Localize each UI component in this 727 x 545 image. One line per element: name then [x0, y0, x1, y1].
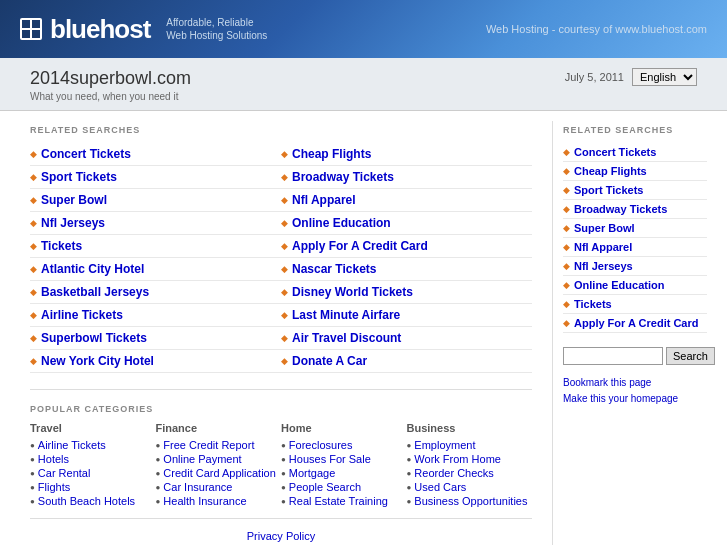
left-content: RELATED SEARCHES ◆Concert Tickets◆Sport …: [0, 121, 552, 545]
bullet-diamond-icon: ◆: [281, 218, 288, 228]
search-item: ◆Super Bowl: [30, 189, 281, 212]
search-link[interactable]: Concert Tickets: [41, 147, 131, 161]
cat-bullet-icon: ●: [156, 455, 161, 464]
sidebar-item: ◆Nfl Apparel: [563, 238, 707, 257]
sidebar-link[interactable]: Concert Tickets: [574, 146, 656, 158]
cat-col: Business●Employment●Work From Home●Reord…: [407, 422, 533, 508]
search-link[interactable]: New York City Hotel: [41, 354, 154, 368]
cat-link[interactable]: Airline Tickets: [38, 439, 106, 451]
search-link[interactable]: Donate A Car: [292, 354, 367, 368]
cat-link[interactable]: Mortgage: [289, 467, 335, 479]
search-link[interactable]: Nfl Apparel: [292, 193, 356, 207]
cat-link[interactable]: Work From Home: [414, 453, 501, 465]
bullet-diamond-icon: ◆: [563, 166, 570, 176]
sidebar-link[interactable]: Broadway Tickets: [574, 203, 667, 215]
sidebar-link[interactable]: Cheap Flights: [574, 165, 647, 177]
cat-link[interactable]: People Search: [289, 481, 361, 493]
sidebar-link[interactable]: Online Education: [574, 279, 664, 291]
cat-bullet-icon: ●: [281, 469, 286, 478]
cat-bullet-icon: ●: [156, 441, 161, 450]
search-item: ◆Airline Tickets: [30, 304, 281, 327]
cat-link-item: ●Flights: [30, 480, 156, 494]
cat-bullet-icon: ●: [407, 469, 412, 478]
cat-link[interactable]: South Beach Hotels: [38, 495, 135, 507]
cat-bullet-icon: ●: [407, 483, 412, 492]
cat-link[interactable]: Houses For Sale: [289, 453, 371, 465]
search-link[interactable]: Apply For A Credit Card: [292, 239, 428, 253]
cat-link[interactable]: Credit Card Application: [163, 467, 276, 479]
sidebar-search-button[interactable]: Search: [666, 347, 715, 365]
cat-col: Finance●Free Credit Report●Online Paymen…: [156, 422, 282, 508]
date-label: July 5, 2011: [565, 71, 624, 83]
sidebar-search-input[interactable]: [563, 347, 663, 365]
bullet-diamond-icon: ◆: [563, 147, 570, 157]
search-link[interactable]: Nascar Tickets: [292, 262, 377, 276]
search-link[interactable]: Airline Tickets: [41, 308, 123, 322]
cat-link[interactable]: Car Insurance: [163, 481, 232, 493]
search-link[interactable]: Broadway Tickets: [292, 170, 394, 184]
search-link[interactable]: Superbowl Tickets: [41, 331, 147, 345]
cat-link[interactable]: Business Opportunities: [414, 495, 527, 507]
sidebar-item: ◆Broadway Tickets: [563, 200, 707, 219]
cat-link[interactable]: Online Payment: [163, 453, 241, 465]
cat-bullet-icon: ●: [407, 497, 412, 506]
search-item: ◆Atlantic City Hotel: [30, 258, 281, 281]
bookmark-link[interactable]: Bookmark this page: [563, 375, 707, 391]
search-link[interactable]: Atlantic City Hotel: [41, 262, 144, 276]
search-item: ◆Donate A Car: [281, 350, 532, 373]
title-right: July 5, 2011 English: [565, 68, 697, 86]
cat-link[interactable]: Free Credit Report: [163, 439, 254, 451]
cat-link[interactable]: Flights: [38, 481, 70, 493]
sidebar-item: ◆Tickets: [563, 295, 707, 314]
cat-link[interactable]: Employment: [414, 439, 475, 451]
sidebar-link[interactable]: Tickets: [574, 298, 612, 310]
search-item: ◆Sport Tickets: [30, 166, 281, 189]
search-link[interactable]: Sport Tickets: [41, 170, 117, 184]
sidebar-item: ◆Apply For A Credit Card: [563, 314, 707, 333]
search-item: ◆New York City Hotel: [30, 350, 281, 373]
cat-link[interactable]: Car Rental: [38, 467, 91, 479]
cat-link[interactable]: Health Insurance: [163, 495, 246, 507]
cat-col: Travel●Airline Tickets●Hotels●Car Rental…: [30, 422, 156, 508]
search-item: ◆Superbowl Tickets: [30, 327, 281, 350]
search-link[interactable]: Tickets: [41, 239, 82, 253]
title-bar: 2014superbowl.com What you need, when yo…: [0, 58, 727, 111]
sidebar-link[interactable]: Sport Tickets: [574, 184, 644, 196]
sidebar-link[interactable]: Nfl Apparel: [574, 241, 632, 253]
search-link[interactable]: Cheap Flights: [292, 147, 371, 161]
bullet-diamond-icon: ◆: [30, 195, 37, 205]
privacy-section: Privacy Policy: [30, 518, 532, 545]
sidebar-link[interactable]: Super Bowl: [574, 222, 635, 234]
sidebar-item: ◆Online Education: [563, 276, 707, 295]
search-link[interactable]: Air Travel Discount: [292, 331, 401, 345]
cat-link[interactable]: Foreclosures: [289, 439, 353, 451]
search-link[interactable]: Online Education: [292, 216, 391, 230]
cat-link[interactable]: Used Cars: [414, 481, 466, 493]
sidebar-link[interactable]: Nfl Jerseys: [574, 260, 633, 272]
homepage-link[interactable]: Make this your homepage: [563, 391, 707, 407]
sidebar-links: ◆Concert Tickets◆Cheap Flights◆Sport Tic…: [563, 143, 707, 333]
search-link[interactable]: Last Minute Airfare: [292, 308, 400, 322]
cat-link-item: ●Free Credit Report: [156, 438, 282, 452]
bullet-diamond-icon: ◆: [563, 261, 570, 271]
cat-bullet-icon: ●: [30, 497, 35, 506]
categories-grid: Travel●Airline Tickets●Hotels●Car Rental…: [30, 422, 532, 508]
search-link[interactable]: Basketball Jerseys: [41, 285, 149, 299]
search-link[interactable]: Nfl Jerseys: [41, 216, 105, 230]
cat-link[interactable]: Hotels: [38, 453, 69, 465]
bullet-diamond-icon: ◆: [30, 310, 37, 320]
site-title: 2014superbowl.com: [30, 68, 191, 89]
sidebar-link[interactable]: Apply For A Credit Card: [574, 317, 698, 329]
site-subtitle: What you need, when you need it: [30, 91, 191, 102]
cat-link-item: ●Houses For Sale: [281, 452, 407, 466]
cat-link[interactable]: Reorder Checks: [414, 467, 493, 479]
search-link[interactable]: Disney World Tickets: [292, 285, 413, 299]
privacy-policy-link[interactable]: Privacy Policy: [247, 530, 315, 542]
search-item: ◆Last Minute Airfare: [281, 304, 532, 327]
bullet-diamond-icon: ◆: [281, 195, 288, 205]
cat-link-item: ●Health Insurance: [156, 494, 282, 508]
language-select[interactable]: English: [632, 68, 697, 86]
cat-link[interactable]: Real Estate Training: [289, 495, 388, 507]
search-link[interactable]: Super Bowl: [41, 193, 107, 207]
cat-bullet-icon: ●: [156, 469, 161, 478]
